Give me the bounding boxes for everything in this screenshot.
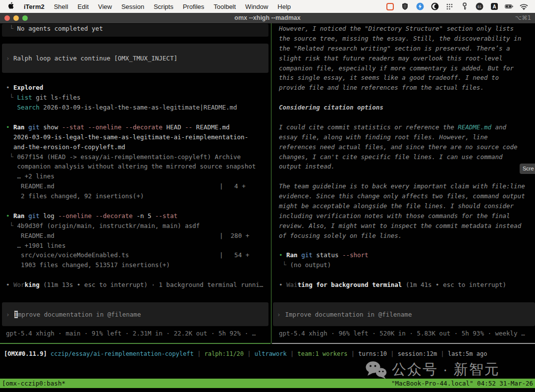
terminal-line: • Waiting for background terminal (1m 41… [279,280,535,290]
left-prompt-input[interactable]: ›Improve documentation in @filename [2,302,268,326]
window-title-bar: omx --xhigh --madmax ⌥⌘1 [0,13,535,23]
menu-edit[interactable]: Edit [78,3,89,10]
omx-status-line: [OMX#0.11.9] cczip/essay/ai-reimplementa… [4,349,487,358]
menu-toolbelt[interactable]: Toolbelt [214,3,236,10]
terminal-line: the source tree, missing the essay. Stil… [279,34,535,44]
tmux-session-label: [omx-cczip0:bash* [0,380,65,387]
terminal-line [279,241,535,251]
lightning-circle-icon[interactable] [416,2,424,11]
terminal-line: • Explored [6,83,270,93]
menu-help[interactable]: Help [277,3,291,10]
menu-bar: iTerm2 Shell Edit View Session Scripts P… [0,0,535,13]
terminal-line [6,112,270,122]
terminal-line: [OMX#0.11.9] cczip/essay/ai-reimplementa… [4,349,487,358]
pane-divider[interactable] [271,23,271,344]
terminal-line: … +2 lines [6,171,270,181]
terminal-line: • Ran git status --short [279,250,535,260]
screen-share-button[interactable]: Scre [520,164,535,174]
terminal-line: README.md| 280 + [6,231,270,241]
terminal-line [279,171,535,181]
terminal-line [279,93,535,103]
menu-iterm2[interactable]: iTerm2 [24,3,45,10]
terminal-line: companion analysis without altering the … [6,162,270,171]
terminal-line: essay file, along with finding root file… [279,132,535,142]
terminal-line [6,201,270,211]
input-text: Improve documentation in @filename [285,311,412,318]
terminal-line: └ (no output) [279,260,535,270]
svg-text:A: A [492,4,496,9]
watermark: 公众号 · 新智元 [365,360,500,380]
terminal-line: … +1901 lines [6,241,270,251]
right-terminal-pane: However, I noticed the "Directory Struct… [272,23,535,343]
menu-session[interactable]: Session [121,3,144,10]
terminal-line: 2 files changed, 92 insertions(+) [6,191,270,201]
menu-window[interactable]: Window [245,3,268,10]
terminal-line: review. Also, I might want to inspect th… [279,221,535,231]
right-pane-status-line: gpt-5.4 xhigh · 96% left · 520K in · 5.8… [279,330,525,337]
left-pane-rows: └ No agents completed yet› Ralph loop ac… [6,24,270,290]
menu-left: iTerm2 Shell Edit View Session Scripts P… [0,2,291,11]
text-cursor: I [14,311,18,318]
prompt-chevron-icon: › [277,311,281,318]
terminal-line: 1903 files changed, 513517 insertions(+) [6,260,270,270]
terminal-line: evidence. Since this change only affects… [279,191,535,201]
recording-icon[interactable] [386,2,394,11]
menu-profiles[interactable]: Profiles [183,3,204,10]
terminal-line: changes, I can't cite specific file line… [279,152,535,162]
key-icon[interactable] [460,2,469,11]
terminal-window: └ No agents completed yet› Ralph loop ac… [0,23,535,392]
terminal-line: • Ran git show --stat --oneline --decora… [6,122,270,132]
apple-menu[interactable] [8,2,14,11]
terminal-line: slight risk that future readers may over… [279,54,535,63]
shield-icon[interactable] [401,2,409,11]
wechat-icon [365,361,387,379]
prompt-chevron-icon: › [6,311,10,318]
terminal-line: src/voice/voiceModeEnabled.ts| 54 + [6,250,270,260]
terminal-line: 2026-03-09-is-legal-the-same-as-legitima… [6,132,270,142]
right-prompt-input[interactable]: ›Improve documentation in @filename [273,302,535,326]
timer-61-icon[interactable]: 61 [475,2,483,11]
menu-shell[interactable]: Shell [54,3,68,10]
battery-icon[interactable] [505,2,513,11]
terminal-line: including verification notes with those … [279,211,535,221]
terminal-line: Search 2026-03-09-is-legal-the-same-as-l… [6,103,270,112]
terminal-line: and-the-erosion-of-copyleft.md [6,142,270,152]
apple-icon [8,2,14,9]
svg-text:61: 61 [478,5,482,8]
wifi-icon[interactable] [520,2,528,11]
menu-status-icons: 61 A [386,2,535,11]
terminal-line: • Working (11m 13s • esc to interrupt) ·… [6,280,270,290]
crescent-circle-icon[interactable] [430,2,439,11]
terminal-line: The team guideline is to back every impo… [279,181,535,191]
terminal-line: └ List git ls-files [6,93,270,103]
terminal-line [6,44,270,54]
terminal-line: of focusing solely on file lines. [279,231,535,241]
tmux-status-bar: [omx-cczip0:bash* "MacBook-Pro-44.local"… [0,379,535,388]
menu-scripts[interactable]: Scripts [154,3,173,10]
dots-grid-icon[interactable] [445,2,454,11]
terminal-line: Considering citation options [279,103,535,112]
terminal-line: • Ran git log --oneline --decorate -n 5 … [6,211,270,221]
window-shortcut: ⌥⌘1 [515,13,531,23]
input-text: mprove documentation in @filename [18,311,141,318]
terminal-line: └ No agents completed yet [6,24,270,34]
left-terminal-pane: └ No agents completed yet› Ralph loop ac… [0,23,270,343]
terminal-line: README.md| 4 + [6,181,270,191]
terminal-line [279,112,535,122]
terminal-line: › Ralph loop active continue [OMX_TMUX_I… [6,54,270,63]
terminal-line: output instead. [279,162,535,171]
left-pane-status-line: gpt-5.4 xhigh · main · 91% left · 2.31M … [6,330,256,337]
terminal-line: references need actual files, and since … [279,142,535,152]
terminal-line: However, I noticed the "Directory Struct… [279,24,535,34]
right-pane-rows: However, I noticed the "Directory Struct… [279,24,535,290]
right-pane-border [272,343,535,344]
menu-view[interactable]: View [98,3,112,10]
terminal-line: I could cite commit statistics or refere… [279,122,535,132]
terminal-line: companion file, especially if more comme… [279,63,535,73]
terminal-line: the "Related research writing" section i… [279,44,535,54]
terminal-line [6,73,270,83]
terminal-line: └ 4b9d30f (origin/main, instructkr/main,… [6,221,270,231]
window-title: omx --xhigh --madmax [0,13,535,23]
letter-a-icon[interactable]: A [490,2,498,11]
left-pane-border [0,343,270,344]
